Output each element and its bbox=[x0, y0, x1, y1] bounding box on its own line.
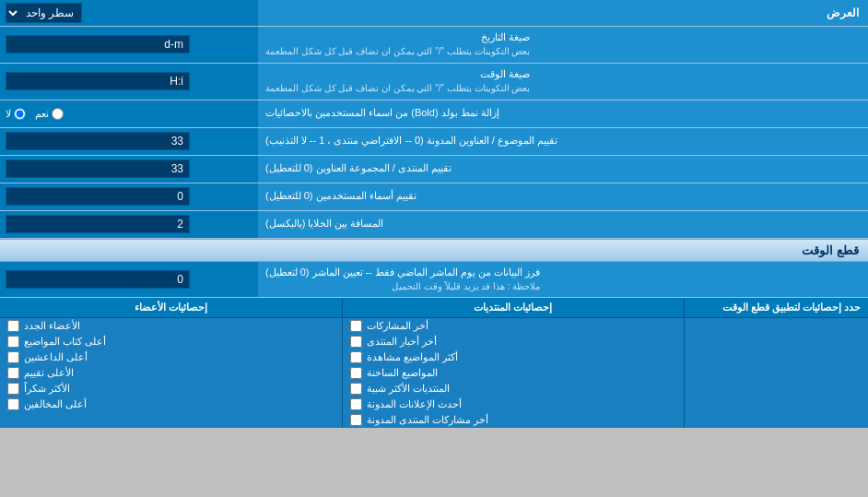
stats-items: أخر المشاركات أخر أخبار المنتدى أكثر الم… bbox=[0, 318, 868, 428]
stats-header: حدد إحصائيات لتطبيق قطع الوقت إحصائيات ا… bbox=[0, 298, 868, 318]
checkbox-hot-topics[interactable] bbox=[350, 367, 362, 379]
stats-item: أعلى المخالفين bbox=[0, 396, 342, 412]
cell-spacing-label: المسافة بين الخلايا (بالبكسل) bbox=[258, 211, 868, 238]
radio-no[interactable] bbox=[14, 108, 26, 120]
display-label: العرض bbox=[258, 3, 868, 23]
cell-spacing-input-area bbox=[0, 211, 258, 238]
stats-col2: الأعضاء الجدد أعلى كتاب المواضيع أعلى ال… bbox=[0, 318, 342, 428]
cut-section-header: قطع الوقت bbox=[0, 239, 868, 262]
stats-item: الأعضاء الجدد bbox=[0, 318, 342, 334]
checkbox-popular-forums[interactable] bbox=[350, 383, 362, 395]
date-format-input[interactable] bbox=[6, 35, 190, 53]
stats-container: حدد إحصائيات لتطبيق قطع الوقت إحصائيات ا… bbox=[0, 298, 868, 428]
stats-col1-header: إحصائيات المنتديات bbox=[342, 298, 685, 317]
cut-time-input-area bbox=[0, 262, 258, 298]
checkbox-forum-news[interactable] bbox=[350, 336, 362, 348]
date-format-label: صيغة التاريخبعض التكوينات يتطلب "/" التي… bbox=[258, 27, 868, 63]
checkbox-top-violators[interactable] bbox=[7, 398, 19, 410]
stats-item: أعلى كتاب المواضيع bbox=[0, 334, 342, 349]
forum-order-input[interactable] bbox=[6, 160, 190, 178]
radio-no-label[interactable]: لا bbox=[6, 108, 26, 120]
checkbox-top-posters[interactable] bbox=[7, 336, 19, 348]
stats-item: أعلى الداعشين bbox=[0, 349, 342, 365]
time-format-input-area bbox=[0, 64, 258, 100]
checkbox-most-thanked[interactable] bbox=[7, 383, 19, 395]
stats-item: الأكثر شكراً bbox=[0, 381, 342, 396]
checkbox-last-forum-posts[interactable] bbox=[350, 414, 362, 426]
cut-time-row: فرز البيانات من يوم الماشر الماضي فقط --… bbox=[0, 262, 868, 299]
stats-label-spacer bbox=[684, 318, 868, 428]
checkbox-top-rated[interactable] bbox=[7, 367, 19, 379]
main-container: العرض سطر واحد سطران ثلاثة أسطر صيغة الت… bbox=[0, 0, 868, 428]
cut-time-input[interactable] bbox=[6, 270, 190, 289]
checkbox-most-viewed[interactable] bbox=[350, 351, 362, 363]
bold-remove-row: إزالة نمط بولد (Bold) من اسماء المستخدمي… bbox=[0, 101, 868, 128]
forum-order-row: تقييم المنتدى / المجموعة العناوين (0 للت… bbox=[0, 156, 868, 183]
radio-yes[interactable] bbox=[52, 108, 64, 120]
topic-order-row: تقييم الموضوع / العناوين المدونة (0 -- ا… bbox=[0, 128, 868, 156]
checkbox-new-members[interactable] bbox=[7, 320, 19, 332]
top-row: العرض سطر واحد سطران ثلاثة أسطر bbox=[0, 0, 868, 27]
forum-order-label: تقييم المنتدى / المجموعة العناوين (0 للت… bbox=[258, 156, 868, 183]
checkbox-top-active[interactable] bbox=[7, 351, 19, 363]
forum-order-input-area bbox=[0, 156, 258, 183]
cell-spacing-input[interactable] bbox=[6, 215, 190, 233]
user-names-input[interactable] bbox=[6, 187, 190, 206]
stats-item: أخر أخبار المنتدى bbox=[343, 334, 685, 349]
stats-item: الأعلى تقييم bbox=[0, 365, 342, 381]
topic-order-input-area bbox=[0, 128, 258, 155]
bold-remove-label: إزالة نمط بولد (Bold) من اسماء المستخدمي… bbox=[258, 101, 868, 127]
user-names-label: تقييم أسماء المستخدمين (0 للتعطيل) bbox=[258, 183, 868, 210]
topic-order-input[interactable] bbox=[6, 132, 190, 150]
checkbox-latest-announce[interactable] bbox=[350, 398, 362, 410]
display-input-area: سطر واحد سطران ثلاثة أسطر bbox=[0, 0, 258, 26]
topic-order-label: تقييم الموضوع / العناوين المدونة (0 -- ا… bbox=[258, 128, 868, 155]
stats-item: المنتديات الأكثر شبية bbox=[343, 381, 685, 396]
cut-time-label: فرز البيانات من يوم الماشر الماضي فقط --… bbox=[258, 262, 868, 298]
stats-item: أحدث الإعلانات المدونة bbox=[343, 396, 685, 412]
checkbox-last-posts[interactable] bbox=[350, 320, 362, 332]
stats-item: المواضيع الساخنة bbox=[343, 365, 685, 381]
stats-item: أخر المشاركات bbox=[343, 318, 685, 334]
date-format-input-area bbox=[0, 27, 258, 63]
time-format-row: صيغة الوقتبعض التكوينات يتطلب "/" التي ي… bbox=[0, 64, 868, 101]
stats-main-header: حدد إحصائيات لتطبيق قطع الوقت bbox=[684, 298, 868, 317]
stats-item: أخر مشاركات المنتدى المدونة bbox=[343, 412, 685, 428]
stats-col2-header: إحصائيات الأعضاء bbox=[0, 298, 342, 317]
radio-yes-label[interactable]: نعم bbox=[35, 108, 64, 120]
bold-remove-input-area: نعم لا bbox=[0, 101, 258, 127]
time-format-input[interactable] bbox=[6, 72, 190, 90]
user-names-row: تقييم أسماء المستخدمين (0 للتعطيل) bbox=[0, 183, 868, 211]
date-format-row: صيغة التاريخبعض التكوينات يتطلب "/" التي… bbox=[0, 27, 868, 64]
stats-col1: أخر المشاركات أخر أخبار المنتدى أكثر الم… bbox=[342, 318, 685, 428]
time-format-label: صيغة الوقتبعض التكوينات يتطلب "/" التي ي… bbox=[258, 64, 868, 100]
user-names-input-area bbox=[0, 183, 258, 210]
cell-spacing-row: المسافة بين الخلايا (بالبكسل) bbox=[0, 211, 868, 239]
stats-item: أكثر المواضيع مشاهدة bbox=[343, 349, 685, 365]
display-select[interactable]: سطر واحد سطران ثلاثة أسطر bbox=[6, 3, 82, 23]
bold-radio-group: نعم لا bbox=[6, 108, 64, 120]
